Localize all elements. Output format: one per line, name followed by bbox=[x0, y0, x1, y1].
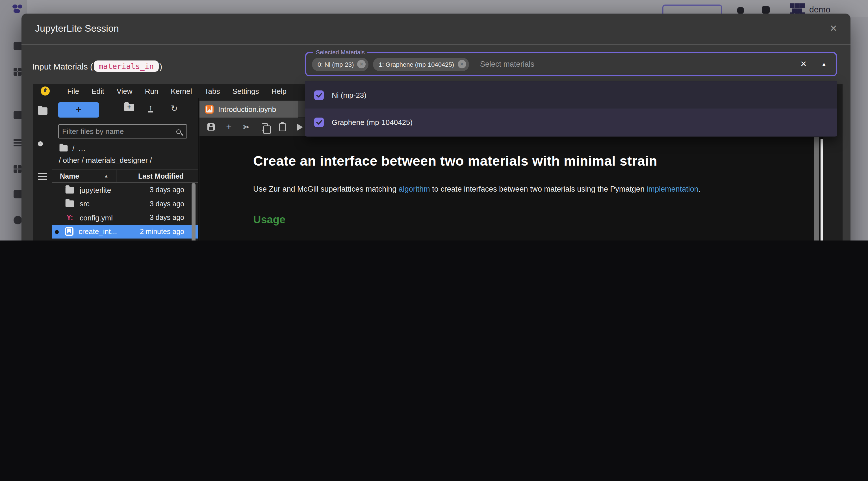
refresh-icon[interactable]: ↻ bbox=[170, 104, 178, 113]
running-kernels-icon[interactable] bbox=[38, 141, 43, 146]
selected-material-chip[interactable]: 1: Graphene (mp-1040425) × bbox=[373, 57, 469, 71]
file-row-import-material[interactable]: import_ma... 3 days ago bbox=[52, 239, 198, 241]
new-folder-icon[interactable]: + bbox=[124, 104, 134, 111]
paste-cell-icon[interactable] bbox=[279, 123, 286, 131]
header-divider bbox=[22, 44, 850, 44]
filter-files-input[interactable] bbox=[59, 127, 176, 136]
column-divider bbox=[116, 170, 116, 182]
dialog-title: JupyterLite Session bbox=[35, 13, 119, 44]
implementation-link[interactable]: implementation bbox=[647, 185, 699, 193]
new-launcher-button[interactable]: + bbox=[58, 102, 99, 118]
algorithm-link[interactable]: algorithm bbox=[399, 185, 430, 193]
filter-files-field[interactable] bbox=[58, 124, 187, 139]
tab-introduction[interactable]: Introduction.ipynb bbox=[199, 100, 298, 118]
cut-cell-icon[interactable]: ✂ bbox=[243, 122, 250, 132]
menu-view[interactable]: View bbox=[111, 87, 139, 95]
usage-heading: Usage bbox=[253, 214, 801, 226]
select-placeholder: Select materials bbox=[480, 60, 801, 68]
usage-item-0: 0.Make sure to select Input Materials bbox=[253, 240, 801, 241]
folder-icon bbox=[66, 201, 74, 207]
sort-ascending-icon[interactable]: ▲ bbox=[104, 174, 108, 179]
menu-kernel[interactable]: Kernel bbox=[164, 87, 198, 95]
materials-dropdown: Ni (mp-23) Graphene (mp-1040425) bbox=[305, 81, 837, 137]
breadcrumb-path[interactable]: / other / materials_designer / bbox=[59, 156, 152, 164]
jupyter-activity-bar bbox=[33, 98, 52, 241]
copy-cell-icon[interactable] bbox=[261, 123, 268, 130]
menu-settings[interactable]: Settings bbox=[226, 87, 265, 95]
notebook-scrollbar-thumb[interactable] bbox=[820, 139, 824, 241]
material-option-graphene[interactable]: Graphene (mp-1040425) bbox=[305, 109, 837, 136]
select-floating-label: Selected Materials bbox=[313, 49, 368, 55]
collapse-dropdown-icon[interactable]: ▲ bbox=[821, 61, 827, 67]
notebook-content: Create an interface between two material… bbox=[199, 136, 824, 241]
usage-list: 0.Make sure to select Input Materials 1.… bbox=[253, 240, 801, 241]
add-cell-icon[interactable]: + bbox=[226, 123, 232, 131]
file-list: jupyterlite 3 days ago src 3 days ago Y:… bbox=[52, 183, 198, 241]
table-of-contents-icon[interactable] bbox=[38, 173, 47, 180]
material-option-ni[interactable]: Ni (mp-23) bbox=[305, 81, 837, 109]
jupyterlite-logo-icon bbox=[41, 87, 50, 95]
menu-edit[interactable]: Edit bbox=[85, 87, 111, 95]
notebook-scrollbar-track[interactable] bbox=[814, 120, 819, 241]
folder-icon bbox=[66, 187, 74, 193]
file-row-src[interactable]: src 3 days ago bbox=[52, 197, 198, 211]
file-browser-panel: + + ↑ ↻ / … / other / materials_designer… bbox=[52, 98, 199, 241]
file-list-scrollbar[interactable] bbox=[192, 183, 195, 241]
unsaved-dot-icon bbox=[55, 230, 59, 234]
menu-run[interactable]: Run bbox=[139, 87, 165, 95]
file-row-jupyterlite[interactable]: jupyterlite 3 days ago bbox=[52, 183, 198, 197]
file-browser-icon[interactable] bbox=[38, 108, 48, 115]
input-materials-label: Input Materials ( materials_in ) bbox=[32, 55, 162, 77]
file-row-create-interface[interactable]: create_int... 2 minutes ago bbox=[52, 225, 198, 239]
menu-help[interactable]: Help bbox=[265, 87, 293, 95]
column-name[interactable]: Name bbox=[60, 172, 79, 180]
save-icon[interactable] bbox=[207, 123, 215, 130]
column-last-modified[interactable]: Last Modified bbox=[138, 172, 184, 180]
selected-material-chip[interactable]: 0: Ni (mp-23) × bbox=[312, 57, 368, 71]
yaml-file-icon: Y: bbox=[65, 214, 74, 222]
search-icon bbox=[176, 129, 181, 134]
checkbox-checked-icon[interactable] bbox=[314, 117, 324, 127]
home-folder-icon[interactable] bbox=[60, 145, 68, 151]
breadcrumb[interactable]: / … bbox=[59, 144, 86, 153]
file-list-header: Name ▲ Last Modified bbox=[52, 170, 198, 183]
materials-in-code: materials_in bbox=[94, 60, 159, 72]
notebook-h1: Create an interface between two material… bbox=[253, 153, 801, 169]
breadcrumb-ellipsis[interactable]: … bbox=[78, 144, 86, 153]
menu-file[interactable]: File bbox=[61, 87, 85, 95]
checkbox-checked-icon[interactable] bbox=[314, 90, 324, 100]
chip-delete-icon[interactable]: × bbox=[357, 60, 366, 68]
upload-icon[interactable]: ↑ bbox=[148, 104, 153, 113]
file-row-config[interactable]: Y: config.yml 3 days ago bbox=[52, 211, 198, 225]
chip-delete-icon[interactable]: × bbox=[458, 60, 466, 68]
notebook-intro: Use Zur and McGill superlattices matchin… bbox=[253, 185, 801, 193]
menu-tabs[interactable]: Tabs bbox=[198, 87, 226, 95]
screen: demo JupyterLite Session × Input Materia… bbox=[0, 0, 868, 241]
clear-selection-icon[interactable]: × bbox=[801, 58, 806, 70]
close-icon[interactable]: × bbox=[830, 20, 837, 36]
jupyterlite-session-dialog: JupyterLite Session × Input Materials ( … bbox=[22, 13, 850, 241]
materials-select-field[interactable]: Selected Materials 0: Ni (mp-23) × 1: Gr… bbox=[305, 52, 837, 76]
notebook-file-icon bbox=[65, 228, 73, 236]
notebook-tab-icon bbox=[205, 105, 214, 113]
run-cell-icon[interactable] bbox=[297, 123, 303, 130]
